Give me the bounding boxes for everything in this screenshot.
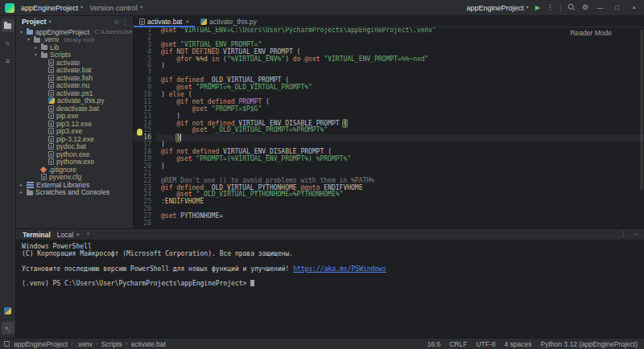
search-everywhere-button[interactable] [568, 3, 576, 13]
chevron-collapsed-icon[interactable]: ▸ [19, 183, 24, 187]
code-line[interactable]: @set "_OLD_VIRTUAL_PROMPT=%PROMPT%" [156, 127, 644, 134]
project-widget[interactable]: appEngineProject ▾ [21, 4, 83, 12]
terminal-output[interactable]: Windows PowerShell(C) Корпорация Майкрос… [16, 240, 644, 338]
code-line[interactable]: @set "PROMPT=$P$G" [156, 106, 644, 113]
close-button[interactable]: × [629, 5, 639, 11]
project-tree: ▾appEngineProjectC:\Users\User\PycharmPr… [16, 27, 133, 228]
code-line[interactable] [156, 220, 644, 228]
structure-tool-window-button[interactable]: ≡ [2, 55, 14, 68]
chevron-expanded-icon[interactable]: ▾ [33, 52, 39, 57]
tree-item[interactable]: pip.exe [16, 113, 133, 121]
tree-item[interactable]: ▾appEngineProjectC:\Users\User\PycharmPr… [16, 28, 133, 36]
terminal-header-actions: ⋮ − [620, 231, 638, 238]
tab-activate-this-py[interactable]: activate_this.py [195, 16, 262, 27]
hide-panel-icon[interactable]: − [634, 231, 638, 238]
reader-mode-toggle[interactable]: Reader Mode [570, 29, 612, 37]
chevron-collapsed-icon[interactable]: ▸ [19, 190, 24, 195]
status-widget[interactable]: Python 3.12 (appEngineProject) [541, 340, 638, 348]
terminal-title[interactable]: Terminal [23, 231, 51, 239]
file-git-icon [40, 166, 47, 173]
code-line[interactable]: @set PYTHONHOME= [156, 213, 644, 220]
tree-item[interactable]: pip-3.12.exe [16, 135, 133, 143]
content-column: Project ▾ ⊙ ⋮ ▾appEngineProjectC:\Users\… [16, 16, 644, 338]
terminal-tool-window-button[interactable]: >_ [2, 322, 14, 335]
tree-item[interactable]: activate.bat [16, 67, 133, 75]
terminal-more-icon[interactable]: ⋮ [620, 231, 627, 238]
minimize-button[interactable]: — [595, 5, 605, 11]
code-line[interactable]: ) [156, 134, 644, 142]
more-actions-button[interactable]: ⋮ [547, 4, 554, 11]
terminal-line[interactable]: Windows PowerShell [22, 243, 638, 250]
maximize-button[interactable]: □ [612, 5, 622, 11]
project-panel-title[interactable]: Project [22, 18, 47, 26]
code-line[interactable]: @set "PROMPT=%_OLD_VIRTUAL_PROMPT%" [156, 84, 644, 92]
tree-item[interactable]: activate_this.py [16, 97, 133, 105]
tree-item[interactable]: ▾.venvlibrary root [16, 36, 133, 44]
run-configuration-widget[interactable]: appEngineProject ▾ [466, 4, 528, 12]
tab-close-icon[interactable]: × [185, 18, 189, 25]
code-line[interactable]: :ENDIFVHOME [156, 199, 644, 206]
chevron-expanded-icon[interactable]: ▾ [19, 30, 24, 35]
tree-item[interactable]: deactivate.bat [16, 105, 133, 113]
terminal-tool-window: Terminal Local × + ⋮ − Windows PowerShel… [16, 228, 644, 338]
tree-item[interactable]: pip3.exe [16, 128, 133, 136]
terminal-session-tab[interactable]: Local × [57, 231, 80, 239]
breadcrumb-item[interactable]: .venv [76, 340, 93, 348]
terminal-line[interactable] [22, 258, 638, 265]
vcs-widget[interactable]: Version control ▾ [89, 4, 142, 12]
tree-item[interactable]: pydoc.bat [16, 143, 133, 151]
tree-item[interactable]: .gitignore [16, 166, 133, 174]
code-line[interactable] [156, 206, 644, 213]
terminal-tab-close-icon[interactable]: × [76, 231, 80, 238]
code-line[interactable]: @set "PROMPT=(%VIRTUAL_ENV_PROMPT%) %PRO… [156, 156, 644, 163]
breadcrumb-item[interactable]: Scripts [101, 340, 122, 348]
tree-item[interactable]: activate.fish [16, 74, 133, 82]
project-tool-window-button[interactable] [2, 19, 14, 32]
python-file-icon [200, 18, 207, 25]
tree-item[interactable]: python.exe [16, 150, 133, 158]
editor-scrollbar[interactable] [639, 27, 644, 228]
settings-button[interactable]: ⚙ [582, 4, 588, 11]
tree-item[interactable]: ▸External Libraries [16, 181, 133, 189]
chevron-collapsed-icon[interactable]: ▸ [33, 45, 39, 50]
run-button[interactable]: ▶ [535, 5, 540, 11]
terminal-line[interactable]: (C) Корпорация Майкрософт (Microsoft Cor… [22, 250, 638, 257]
chevron-down-icon[interactable]: ▾ [49, 19, 52, 25]
terminal-line[interactable]: (.venv) PS C:\Users\User\PycharmProjects… [22, 280, 638, 287]
status-widget[interactable]: UTF-8 [476, 340, 495, 348]
tree-item[interactable]: pyvenv.cfg [16, 174, 133, 182]
chevron-expanded-icon[interactable]: ▾ [26, 37, 31, 42]
terminal-line[interactable]: Установите последнюю версию PowerShell д… [22, 265, 638, 273]
intention-bulb-icon[interactable] [137, 129, 142, 135]
breadcrumb-item[interactable]: activate.bat [130, 340, 165, 348]
status-widget[interactable]: CRLF [449, 340, 467, 348]
commit-tool-window-button[interactable]: ○ [2, 37, 14, 50]
code-line[interactable]: ) [156, 163, 644, 170]
code-line[interactable]: @for %%d in ("%VIRTUAL_ENV%") do @set "V… [156, 56, 644, 64]
tree-item[interactable]: ▾Scripts [16, 51, 133, 60]
scrollbar-thumb[interactable] [640, 29, 643, 190]
tree-item[interactable]: pip3.12.exe [16, 120, 133, 128]
python-icon [4, 307, 11, 314]
tree-item-label: python.exe [56, 150, 90, 158]
tree-item[interactable]: activate [16, 59, 133, 67]
status-widget[interactable]: 16:6 [427, 340, 441, 348]
tree-item[interactable]: activate.nu [16, 82, 133, 90]
tree-item[interactable]: ▸Lib [16, 43, 133, 51]
terminal-link[interactable]: https://aka.ms/PSWindows [293, 265, 386, 273]
code-line[interactable]: @set "_OLD_VIRTUAL_PYTHONHOME=%PYTHONHOM… [156, 191, 644, 199]
new-session-icon[interactable]: + [86, 231, 90, 238]
tree-item[interactable]: activate.ps1 [16, 89, 133, 97]
python-console-button[interactable] [2, 304, 14, 317]
breadcrumb-item[interactable]: appEngineProject [14, 340, 68, 348]
tab-activate-bat[interactable]: activate.bat × [134, 16, 195, 27]
select-opened-file-icon[interactable]: ⊙ [114, 18, 119, 26]
terminal-line[interactable] [22, 273, 638, 280]
code-line[interactable]: ) [156, 63, 644, 70]
pycharm-logo-icon[interactable] [5, 3, 14, 13]
status-widget[interactable]: 4 spaces [504, 340, 531, 348]
panel-more-icon[interactable]: ⋮ [122, 18, 128, 26]
editor-gutter[interactable]: 1234567891011121314151617181920212223242… [134, 27, 156, 228]
tree-item[interactable]: ▸Scratches and Consoles [16, 189, 133, 197]
tree-item[interactable]: pythonw.exe [16, 158, 133, 166]
